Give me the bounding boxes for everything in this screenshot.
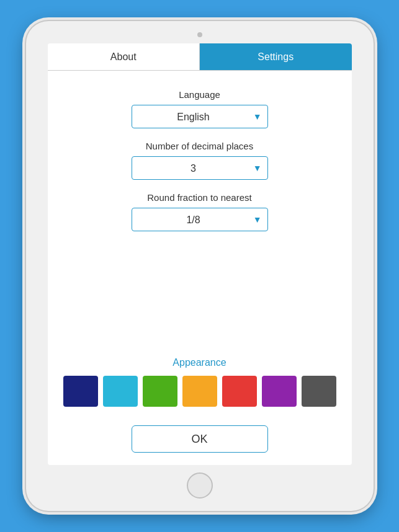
color-swatch-green[interactable] (143, 376, 177, 407)
decimal-select[interactable]: 1 2 3 4 5 (132, 156, 268, 180)
color-swatch-dark-blue[interactable] (63, 376, 98, 407)
color-swatch-gray[interactable] (302, 376, 336, 407)
settings-content: Language English Spanish French ▼ Number… (48, 71, 352, 465)
language-label: Language (179, 89, 220, 100)
color-swatch-red[interactable] (222, 376, 257, 407)
home-button[interactable] (187, 472, 213, 499)
fraction-group: Round fraction to nearest 1/2 1/4 1/8 1/… (60, 192, 339, 231)
tab-settings[interactable]: Settings (200, 43, 352, 70)
decimal-group: Number of decimal places 1 2 3 4 5 ▼ (60, 141, 339, 180)
screen: About Settings Language English Spanish … (48, 43, 352, 465)
appearance-label: Appearance (173, 357, 226, 368)
color-swatch-cyan-blue[interactable] (103, 376, 138, 407)
language-dropdown-wrapper: English Spanish French ▼ (132, 105, 268, 128)
tab-about[interactable]: About (48, 43, 200, 70)
color-swatch-purple[interactable] (262, 376, 297, 407)
ok-button[interactable]: OK (132, 425, 268, 453)
fraction-dropdown-wrapper: 1/2 1/4 1/8 1/16 ▼ (132, 208, 268, 231)
fraction-label: Round fraction to nearest (147, 192, 251, 203)
color-swatches (63, 376, 336, 407)
appearance-section: Appearance (60, 357, 339, 407)
decimal-label: Number of decimal places (146, 141, 253, 151)
language-group: Language English Spanish French ▼ (60, 89, 339, 128)
tab-bar: About Settings (48, 43, 352, 71)
language-select[interactable]: English Spanish French (132, 105, 268, 128)
tablet-frame: About Settings Language English Spanish … (26, 21, 374, 511)
decimal-dropdown-wrapper: 1 2 3 4 5 ▼ (132, 156, 268, 180)
fraction-select[interactable]: 1/2 1/4 1/8 1/16 (132, 208, 268, 231)
camera (197, 32, 202, 37)
color-swatch-orange[interactable] (182, 376, 217, 407)
